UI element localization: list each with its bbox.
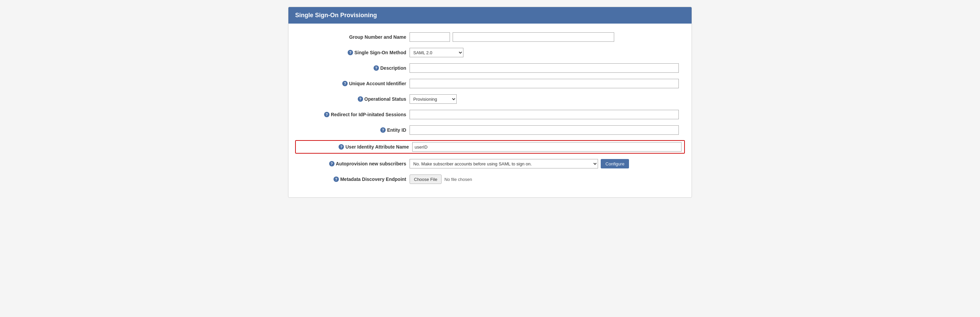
entity-id-input[interactable] — [410, 125, 679, 135]
group-number-row: Group Number and Name — [295, 32, 685, 42]
sso-method-label: Single Sign-On Method — [355, 50, 406, 55]
user-identity-input[interactable] — [412, 142, 681, 152]
sso-method-help-icon[interactable]: ? — [348, 50, 353, 55]
group-number-label: Group Number and Name — [349, 34, 406, 40]
group-number-input[interactable] — [410, 32, 450, 42]
entity-id-controls — [410, 125, 685, 135]
group-number-controls — [410, 32, 685, 42]
redirect-label-area: ? Redirect for IdP-initated Sessions — [295, 112, 410, 117]
metadata-row: ? Metadata Discovery Endpoint Choose Fil… — [295, 174, 685, 185]
user-identity-label: User Identity Attribute Name — [345, 144, 409, 150]
operational-status-label-area: ? Operational Status — [295, 96, 410, 102]
unique-account-row: ? Unique Account Identifier — [295, 78, 685, 89]
autoprovision-label: Autoprovision new subscribers — [336, 161, 406, 167]
entity-id-label: Entity ID — [387, 127, 406, 133]
configure-button[interactable]: Configure — [601, 159, 629, 168]
panel-body: Group Number and Name ? Single Sign-On M… — [288, 24, 692, 197]
metadata-label-area: ? Metadata Discovery Endpoint — [295, 176, 410, 182]
redirect-row: ? Redirect for IdP-initated Sessions — [295, 109, 685, 120]
entity-id-help-icon[interactable]: ? — [380, 127, 386, 133]
group-name-input[interactable] — [453, 32, 614, 42]
redirect-label: Redirect for IdP-initated Sessions — [331, 112, 406, 117]
autoprovision-select[interactable]: No. Make subscriber accounts before usin… — [410, 159, 598, 168]
sso-method-label-area: ? Single Sign-On Method — [295, 50, 410, 55]
panel: Single Sign-On Provisioning Group Number… — [288, 7, 692, 198]
operational-status-select[interactable]: Provisioning Active Inactive — [410, 94, 457, 104]
description-controls — [410, 63, 685, 73]
operational-status-row: ? Operational Status Provisioning Active… — [295, 94, 685, 104]
user-identity-controls — [412, 142, 682, 152]
description-label: Description — [380, 66, 406, 71]
panel-title: Single Sign-On Provisioning — [295, 12, 377, 19]
operational-status-label: Operational Status — [364, 96, 406, 102]
sso-method-select[interactable]: SAML 2.0 OpenID Connect — [410, 48, 463, 57]
unique-account-label: Unique Account Identifier — [349, 81, 406, 86]
operational-status-help-icon[interactable]: ? — [358, 96, 363, 102]
autoprovision-row: ? Autoprovision new subscribers No. Make… — [295, 158, 685, 169]
autoprovision-controls: No. Make subscriber accounts before usin… — [410, 159, 685, 168]
panel-header: Single Sign-On Provisioning — [288, 7, 692, 24]
entity-id-label-area: ? Entity ID — [295, 127, 410, 133]
redirect-input[interactable] — [410, 110, 679, 119]
group-number-label-area: Group Number and Name — [295, 34, 410, 40]
operational-status-controls: Provisioning Active Inactive — [410, 94, 685, 104]
choose-file-button[interactable]: Choose File — [410, 175, 442, 184]
entity-id-row: ? Entity ID — [295, 125, 685, 135]
unique-account-input[interactable] — [410, 79, 679, 88]
unique-account-label-area: ? Unique Account Identifier — [295, 81, 410, 86]
user-identity-help-icon[interactable]: ? — [339, 144, 344, 150]
autoprovision-help-icon[interactable]: ? — [329, 161, 334, 167]
user-identity-row: ? User Identity Attribute Name — [295, 140, 685, 154]
description-label-area: ? Description — [295, 66, 410, 71]
description-row: ? Description — [295, 62, 685, 74]
sso-method-row: ? Single Sign-On Method SAML 2.0 OpenID … — [295, 47, 685, 58]
metadata-controls: Choose File No file chosen — [410, 175, 685, 184]
redirect-help-icon[interactable]: ? — [324, 112, 329, 117]
description-input[interactable] — [410, 63, 679, 73]
user-identity-label-area: ? User Identity Attribute Name — [298, 144, 412, 150]
metadata-label: Metadata Discovery Endpoint — [340, 176, 406, 182]
unique-account-help-icon[interactable]: ? — [342, 81, 348, 86]
autoprovision-label-area: ? Autoprovision new subscribers — [295, 161, 410, 167]
unique-account-controls — [410, 79, 685, 88]
metadata-help-icon[interactable]: ? — [334, 176, 339, 182]
no-file-text: No file chosen — [444, 177, 472, 182]
redirect-controls — [410, 110, 685, 119]
sso-method-controls: SAML 2.0 OpenID Connect — [410, 48, 685, 57]
description-help-icon[interactable]: ? — [374, 66, 379, 71]
